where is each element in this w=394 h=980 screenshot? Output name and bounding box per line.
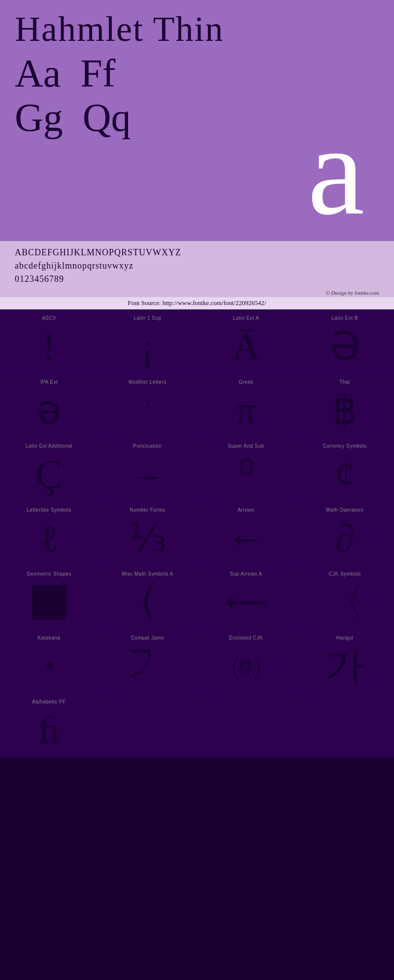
sample-pair-ff: Ff xyxy=(80,54,115,93)
large-char-a: a xyxy=(308,113,364,228)
glyph-label-greek: Greek xyxy=(239,379,254,385)
glyph-char-letterlike: ℓ xyxy=(39,517,58,560)
glyph-cell-katakana: Katakana ・ xyxy=(0,629,98,693)
glyph-char-punctuation: – xyxy=(138,453,158,496)
glyph-cell-mathops: Math Operators ∂ xyxy=(296,501,394,565)
glyph-cell-ascii: ASCII ! xyxy=(0,309,98,373)
glyph-cell-latinextb: Latin Ext B Ə xyxy=(296,309,394,373)
glyph-char-ascii: ! xyxy=(42,325,56,368)
glyph-label-thai: Thai xyxy=(339,379,350,385)
glyph-label-punctuation: Punctuation xyxy=(133,443,162,449)
glyph-cell-geoshapes: Geometric Shapes xyxy=(0,565,98,629)
glyph-cell-cjksymbols: CJK Symbols 〈 xyxy=(296,565,394,629)
glyph-char-latinextb: Ə xyxy=(329,325,361,368)
glyph-cell-alphabeticpf: Alphabetic PF ﬁ xyxy=(0,693,98,757)
glyph-char-geoshapes xyxy=(32,581,66,624)
glyph-char-katakana: ・ xyxy=(30,644,69,688)
glyph-label-hangul: Hangul xyxy=(336,635,354,641)
glyph-cell-suparrowsa: Sup Arrows A ⟵ xyxy=(197,565,296,629)
sample-pair-gg: Gg xyxy=(15,98,63,137)
sample-pair-aa: Aa xyxy=(15,54,61,93)
glyph-label-numberforms: Number Forms xyxy=(130,507,165,513)
sample-chars-container: Aa Ff Gg Qq a xyxy=(15,54,379,221)
source-line: Font Source: http://www.fontke.com/font/… xyxy=(0,297,394,309)
glyph-label-letterlike: Letterlike Symbols xyxy=(27,507,71,513)
glyph-char-ipaext: ə xyxy=(37,389,61,432)
glyph-cell-enclosedcjk: Enclosed CJK ㈱ xyxy=(197,629,296,693)
glyph-char-currency: ¢ xyxy=(335,453,355,496)
glyph-label-ascii: ASCII xyxy=(42,315,56,321)
glyph-cell-compatjamo: Compat Jamo ᄀ xyxy=(98,629,197,693)
glyph-label-latinextb: Latin Ext B xyxy=(331,315,358,321)
glyph-label-geoshapes: Geometric Shapes xyxy=(27,571,71,577)
alphabet-section: ABCDEFGHIJKLMNOPQRSTUVWXYZ abcdefghijklm… xyxy=(0,241,394,288)
glyph-char-latin1sup: ¡ xyxy=(141,325,154,368)
glyph-cell-empty1 xyxy=(98,693,197,757)
glyph-char-suparrowsa: ⟵ xyxy=(225,581,267,624)
glyph-char-superandsub: ⁰ xyxy=(238,453,254,496)
glyph-cell-modletters: Modifier Letters ʼ xyxy=(98,373,197,437)
glyph-char-alphabeticpf: ﬁ xyxy=(38,708,60,752)
glyph-char-thai: ฿ xyxy=(332,389,358,432)
digits: 0123456789 xyxy=(15,273,379,286)
glyph-grid: ASCII ! Latin 1 Sup ¡ Latin Ext A Ā Lati… xyxy=(0,309,394,757)
glyph-char-arrows: ← xyxy=(227,517,266,560)
glyph-label-latinexta: Latin Ext A xyxy=(233,315,259,321)
glyph-cell-arrows: Arrows ← xyxy=(197,501,296,565)
glyph-label-ipaext: IPA Ext xyxy=(40,379,58,385)
glyph-char-latinextadd: Ç xyxy=(36,453,62,496)
glyph-label-compatjamo: Compat Jamo xyxy=(131,635,164,641)
glyph-label-cjksymbols: CJK Symbols xyxy=(328,571,361,577)
glyph-char-hangul: 가 xyxy=(325,644,364,688)
font-title: Hahmlet Thin xyxy=(15,10,379,49)
glyph-label-arrows: Arrows xyxy=(237,507,254,513)
glyph-cell-hangul: Hangul 가 xyxy=(296,629,394,693)
glyph-label-modletters: Modifier Letters xyxy=(129,379,166,385)
glyph-char-miscmatha: ⟨ xyxy=(140,581,155,624)
glyph-char-compatjamo: ᄀ xyxy=(128,644,167,688)
credit-line: © Design by fontke.com xyxy=(0,288,394,297)
glyph-cell-punctuation: Punctuation – xyxy=(98,437,197,501)
glyph-label-latin1sup: Latin 1 Sup xyxy=(133,315,161,321)
glyph-cell-ipaext: IPA Ext ə xyxy=(0,373,98,437)
glyph-char-greek: π xyxy=(236,389,256,432)
glyph-cell-thai: Thai ฿ xyxy=(296,373,394,437)
glyph-cell-greek: Greek π xyxy=(197,373,296,437)
glyph-cell-letterlike: Letterlike Symbols ℓ xyxy=(0,501,98,565)
glyph-label-mathops: Math Operators xyxy=(326,507,363,513)
glyph-label-currency: Currency Symbols xyxy=(323,443,367,449)
black-square xyxy=(32,585,66,619)
glyph-cell-empty2 xyxy=(197,693,296,757)
glyph-cell-latinexta: Latin Ext A Ā xyxy=(197,309,296,373)
glyph-cell-latinextadd: Latin Ext Additional Ç xyxy=(0,437,98,501)
glyph-label-miscmatha: Misc Math Symbols A xyxy=(122,571,173,577)
glyph-cell-empty3 xyxy=(296,693,394,757)
glyph-char-enclosedcjk: ㈱ xyxy=(231,644,261,688)
glyph-label-suparrowsa: Sup Arrows A xyxy=(230,571,262,577)
glyph-label-katakana: Katakana xyxy=(37,635,60,641)
glyph-cell-miscmatha: Misc Math Symbols A ⟨ xyxy=(98,565,197,629)
alphabet-upper: ABCDEFGHIJKLMNOPQRSTUVWXYZ xyxy=(15,246,379,259)
glyph-cell-superandsub: Super And Sub ⁰ xyxy=(197,437,296,501)
glyph-label-superandsub: Super And Sub xyxy=(228,443,264,449)
glyph-label-enclosedcjk: Enclosed CJK xyxy=(229,635,263,641)
glyph-char-numberforms: ⅓ xyxy=(129,517,167,560)
alphabet-lower: abcdefghijklmnopqrstuvwxyz xyxy=(15,259,379,273)
glyph-char-latinexta: Ā xyxy=(232,325,261,368)
glyph-cell-numberforms: Number Forms ⅓ xyxy=(98,501,197,565)
header-section: Hahmlet Thin Aa Ff Gg Qq a xyxy=(0,0,394,241)
glyph-cell-latin1sup: Latin 1 Sup ¡ xyxy=(98,309,197,373)
glyph-char-mathops: ∂ xyxy=(335,517,355,560)
glyph-cell-currency: Currency Symbols ¢ xyxy=(296,437,394,501)
glyph-char-cjksymbols: 〈 xyxy=(325,581,364,624)
glyph-label-latinextadd: Latin Ext Additional xyxy=(26,443,72,449)
glyph-label-alphabeticpf: Alphabetic PF xyxy=(32,699,66,704)
glyph-char-modletters: ʼ xyxy=(144,389,152,432)
sample-pair-qq: Qq xyxy=(83,98,131,137)
